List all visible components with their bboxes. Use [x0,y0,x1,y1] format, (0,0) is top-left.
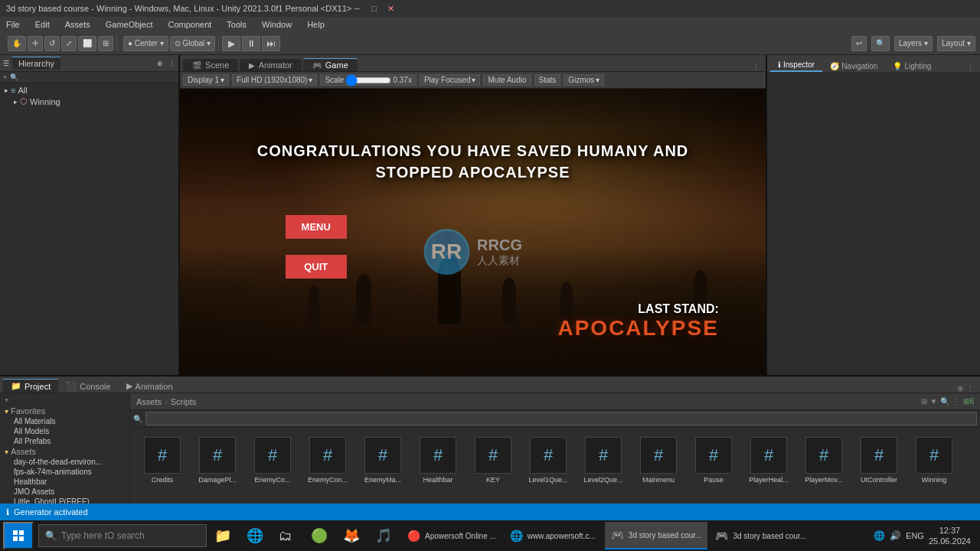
asset-item[interactable]: # Pause [688,434,740,487]
global-btn[interactable]: ⊙ Global ▾ [170,36,215,51]
sidebar-day-dead[interactable]: day-of-the-dead-environ... [2,457,128,467]
project-options-btn[interactable]: ⋮ [952,397,960,406]
asset-item[interactable]: # PlayerHeal... [743,434,795,487]
menu-gameobject[interactable]: GameObject [103,19,156,30]
sidebar-favorites[interactable]: ▾Favorites [2,406,128,416]
search-btn[interactable]: 🔍 [871,36,890,51]
menu-edit[interactable]: Edit [32,19,53,30]
taskbar-app-firefox[interactable]: 🦊 [337,522,368,549]
scene-tab[interactable]: 🎬 Scene [183,59,238,71]
asset-item[interactable]: # EnemyMa... [357,434,409,487]
menu-tools[interactable]: Tools [224,19,250,30]
display-dropdown[interactable]: Display 1 ▾ [183,74,229,86]
undo-history-btn[interactable]: ↩ [851,36,867,51]
menu-assets[interactable]: Assets [62,19,93,30]
gizmos-btn[interactable]: Gizmos ▾ [564,74,604,86]
hierarchy-all[interactable]: ▸ ≡ All [2,85,177,96]
asset-item[interactable]: # Winning [908,434,960,487]
menu-help[interactable]: Help [304,19,328,30]
move-tool[interactable]: ✛ [28,36,43,51]
scale-tool[interactable]: ⤢ [61,36,77,51]
mute-audio-btn[interactable]: Mute Audio [483,74,531,86]
menu-button[interactable]: MENU [286,215,347,239]
play-focused-btn[interactable]: Play Focused ▾ [420,74,481,86]
hierarchy-add-icon[interactable]: + [3,73,7,81]
asset-item[interactable]: # PlayerMov... [798,434,850,487]
taskbar-apowersoft-1[interactable]: 🔴 Apowersoft Online ... [401,522,502,549]
sidebar-healthbar[interactable]: Healthbar [2,477,128,487]
sidebar-fps-ak[interactable]: fps-ak-74m-animations [2,467,128,477]
minimize-button[interactable]: ─ [351,3,362,14]
sidebar-jmo[interactable]: JMO Assets [2,487,128,497]
rect-tool[interactable]: ⬜ [78,36,96,51]
animator-tab[interactable]: ▶ Animator [240,59,301,71]
layers-dropdown[interactable]: Layers ▾ [894,36,933,51]
asset-item[interactable]: # Mainmenu [632,434,684,487]
game-tab[interactable]: 🎮 Game [303,58,358,71]
sidebar-ghost[interactable]: Little_GhostLP(FREE) [2,497,128,504]
hierarchy-menu-icon[interactable]: ☰ [3,60,9,67]
menu-file[interactable]: File [3,19,23,30]
project-view-btn[interactable]: ⊞ [921,397,927,406]
transform-tool[interactable]: ⊞ [98,36,113,51]
menu-window[interactable]: Window [259,19,295,30]
quit-button[interactable]: QUIT [286,255,347,279]
inspector-tab[interactable]: ℹ Inspector [770,59,822,72]
step-button[interactable]: ⏭ [262,36,280,51]
project-tab[interactable]: 📁 Project [3,379,58,393]
start-button[interactable] [3,522,34,549]
taskbar-clock[interactable]: 12:37 25.06.2024 [929,525,971,547]
sidebar-assets[interactable]: ▾Assets [2,446,128,457]
sidebar-add-btn[interactable]: + [5,396,8,404]
close-button[interactable]: ✕ [385,3,396,14]
taskbar-app-edge[interactable]: 🌐 [240,522,271,549]
scale-slider[interactable] [345,77,391,83]
taskbar-lang[interactable]: ENG [906,531,924,540]
sidebar-all-prefabs[interactable]: All Prefabs [2,436,128,446]
pivot-btn[interactable]: ● Center ▾ [123,36,168,51]
asset-item[interactable]: # Healthbar [412,434,464,487]
taskbar-app-explorer[interactable]: 📁 [208,522,239,549]
sidebar-all-models[interactable]: All Models [2,426,128,436]
path-assets[interactable]: Assets [136,397,162,406]
taskbar-apowersoft-2[interactable]: 🌐 www.apowersoft.c... [504,522,603,549]
project-filter-btn[interactable]: ▼ [930,397,938,406]
asset-item[interactable]: # UIController [853,434,905,487]
lighting-tab[interactable]: 💡 Lighting [885,60,939,72]
navigation-tab[interactable]: 🧭 Navigation [822,60,885,72]
hierarchy-add-btn[interactable]: ⊕ [157,60,163,67]
asset-item[interactable]: # EnemyCon... [302,434,354,487]
asset-item[interactable]: # EnemyCo... [247,434,299,487]
console-tab[interactable]: ⬛ Console [58,380,118,393]
layout-dropdown[interactable]: Layout ▾ [937,36,975,51]
taskbar-app-files[interactable]: 🗂 [273,522,303,549]
taskbar-app-chrome[interactable]: 🟢 [305,522,335,549]
taskbar-unity-2[interactable]: 🎮 3d story based cour... [709,522,812,549]
right-options-btn[interactable]: ⋮ [967,64,977,72]
rotate-tool[interactable]: ↺ [44,36,60,51]
bottom-options-btn[interactable]: ⋮ [966,384,974,393]
hierarchy-tab[interactable]: Hierarchy [12,57,60,70]
sidebar-all-materials[interactable]: All Materials [2,416,128,426]
scale-control[interactable]: Scale 0.37x [320,74,416,86]
resolution-dropdown[interactable]: Full HD (1920x1080) ▾ [232,74,317,86]
taskbar-unity-1[interactable]: 🎮 3d story based cour... [605,522,708,549]
stats-btn[interactable]: Stats [534,74,561,86]
path-scripts[interactable]: Scripts [171,397,197,406]
view-options-btn[interactable]: ⋮ [753,64,763,71]
asset-item[interactable]: # DamagePl... [191,434,243,487]
menu-component[interactable]: Component [165,19,214,30]
play-button[interactable]: ▶ [222,36,240,51]
project-search-input[interactable] [145,412,977,425]
pause-button[interactable]: ⏸ [242,36,260,51]
asset-item[interactable]: # Level1Que... [522,434,574,487]
hierarchy-options-btn[interactable]: ⋮ [168,60,175,67]
asset-item[interactable]: # Level2Que... [577,434,629,487]
taskbar-search[interactable]: 🔍 Type here tO search [38,524,207,547]
asset-item[interactable]: # Credits [136,434,188,487]
maximize-button[interactable]: □ [368,3,379,14]
hierarchy-root[interactable]: ▸ ⬡ Winning [2,96,177,107]
project-search-btn[interactable]: 🔍 [940,397,949,406]
hand-tool[interactable]: ✋ [8,36,26,51]
bottom-add-btn[interactable]: ⊕ [957,384,963,393]
